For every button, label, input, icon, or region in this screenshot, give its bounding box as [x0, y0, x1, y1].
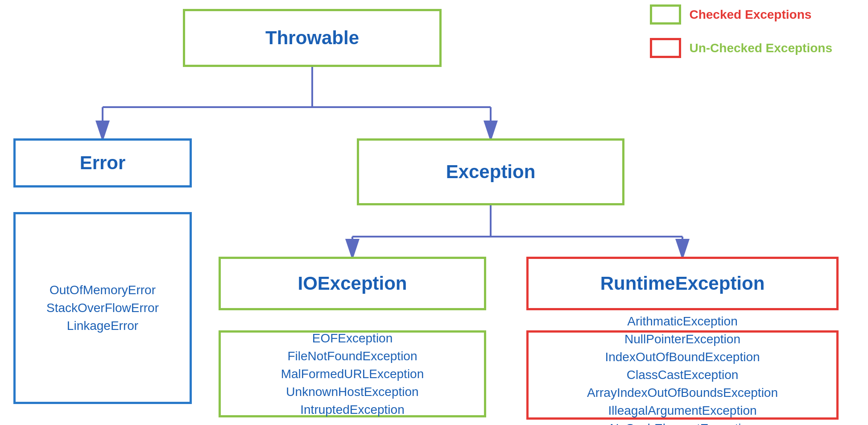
legend: Checked Exceptions Un-Checked Exceptions: [650, 4, 832, 58]
legend-checked-box: [650, 4, 681, 25]
throwable-label: Throwable: [265, 27, 359, 49]
ioexception-subitems: EOFException FileNotFoundException MalFo…: [219, 330, 486, 417]
exception-node: Exception: [357, 138, 624, 205]
runtimeexception-node: RuntimeException: [526, 257, 839, 310]
error-node: Error: [13, 138, 192, 188]
ioexception-label: IOException: [298, 273, 407, 294]
runtimeexception-subitems: ArithmaticException NullPointerException…: [526, 330, 839, 420]
runtimeexception-label: RuntimeException: [600, 273, 765, 294]
diagram-container: Throwable Error OutOfMemoryError StackOv…: [0, 0, 868, 425]
legend-unchecked: Un-Checked Exceptions: [650, 38, 832, 58]
throwable-node: Throwable: [183, 9, 442, 67]
legend-unchecked-label: Un-Checked Exceptions: [689, 41, 832, 55]
exception-label: Exception: [446, 161, 536, 183]
legend-checked-label: Checked Exceptions: [689, 8, 811, 22]
legend-unchecked-box: [650, 38, 681, 58]
error-subitems: OutOfMemoryError StackOverFlowError Link…: [13, 212, 192, 404]
ioexception-node: IOException: [219, 257, 486, 310]
legend-checked: Checked Exceptions: [650, 4, 832, 25]
error-label: Error: [80, 152, 126, 174]
